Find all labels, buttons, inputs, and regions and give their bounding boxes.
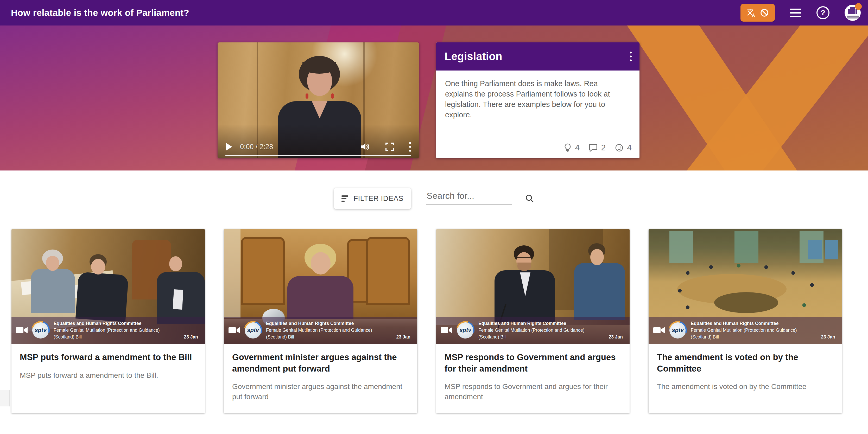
thumbnail-caption-bar: sptv Equalities and Human Rights Committ…	[11, 317, 205, 344]
thumbnail-caption-bar: sptv Equalities and Human Rights Committ…	[649, 317, 842, 344]
post-title: MSP puts forward a amendment to the Bill	[20, 351, 196, 363]
search-area	[426, 188, 535, 205]
caption-text: Equalities and Human Rights Committee Fe…	[691, 320, 837, 341]
caption-bill: Female Genital Mutilation (Protection an…	[691, 327, 837, 334]
lightbulb-icon	[563, 143, 572, 152]
menu-icon[interactable]	[790, 8, 801, 17]
thumbnail-art	[366, 237, 410, 305]
camera-icon	[441, 326, 453, 334]
intro-video-player[interactable]: 0:00 / 2:28	[218, 42, 419, 158]
comment-icon	[588, 143, 598, 152]
section-description: One thing Parliament does is make laws. …	[436, 70, 629, 120]
thumbnail-art	[173, 289, 183, 310]
search-icon[interactable]	[524, 193, 535, 204]
search-input[interactable]	[426, 189, 512, 205]
translate-icon: A	[746, 8, 755, 17]
posts-row: sptv Equalities and Human Rights Committ…	[11, 229, 842, 413]
video-thumbnail[interactable]: sptv Equalities and Human Rights Committ…	[649, 229, 842, 344]
thumbnail-art	[31, 269, 75, 313]
caption-bill-2: (Scotland) Bill	[54, 334, 82, 340]
post-body: The amendment is voted on by the Committ…	[649, 344, 842, 403]
avatar-caption-lines	[847, 16, 859, 17]
thumbnail-art	[518, 262, 531, 271]
video-time-label: 0:00 / 2:28	[240, 143, 273, 151]
translate-off-button[interactable]: A	[741, 4, 775, 22]
caption-text: Equalities and Human Rights Committee Fe…	[478, 320, 625, 341]
face-icon	[615, 143, 624, 152]
section-card-legislation[interactable]: Legislation One thing Parliament does is…	[436, 42, 640, 158]
caption-committee: Equalities and Human Rights Committee	[54, 320, 200, 327]
avatar[interactable]	[844, 5, 861, 21]
fullscreen-icon[interactable]	[385, 142, 394, 151]
caption-text: Equalities and Human Rights Committee Fe…	[54, 320, 200, 341]
caption-committee: Equalities and Human Rights Committee	[478, 320, 625, 327]
caption-committee: Equalities and Human Rights Committee	[266, 320, 412, 327]
caption-bill-2: (Scotland) Bill	[266, 334, 294, 340]
video-thumbnail[interactable]: sptv Equalities and Human Rights Committ…	[224, 229, 417, 344]
top-bar: How relatable is the work of Parliament?…	[0, 0, 868, 26]
video-thumbnail[interactable]: sptv Equalities and Human Rights Committ…	[436, 229, 629, 344]
section-stats: 4 2 4	[563, 143, 632, 152]
thumbnail-art	[46, 256, 59, 271]
post-card[interactable]: sptv Equalities and Human Rights Committ…	[649, 229, 842, 413]
sptv-logo: sptv	[245, 322, 261, 339]
post-body: MSP puts forward a amendment to the Bill…	[11, 344, 205, 392]
video-more-icon[interactable]	[409, 142, 411, 152]
presenter-figure	[331, 93, 334, 99]
post-card[interactable]: sptv Equalities and Human Rights Committ…	[436, 229, 629, 413]
banner-background	[0, 26, 868, 171]
notification-badge	[855, 3, 862, 10]
parliament-emblem-icon	[850, 7, 855, 14]
video-controls: 0:00 / 2:28	[218, 140, 419, 154]
thumbnail-art	[311, 252, 331, 275]
caption-date: 23 Jan	[821, 334, 837, 340]
video-progress-bar[interactable]	[225, 155, 411, 156]
presenter-figure	[303, 62, 336, 74]
padlet-board: How relatable is the work of Parliament?…	[0, 0, 868, 434]
caption-date: 23 Jan	[184, 334, 200, 340]
post-description: The amendment is voted on by the Committ…	[657, 381, 834, 392]
thumbnail-art	[91, 259, 105, 275]
caption-text: Equalities and Human Rights Committee Fe…	[266, 320, 412, 341]
camera-icon	[228, 326, 241, 334]
help-glyph: ?	[820, 8, 825, 17]
volume-icon[interactable]	[361, 143, 370, 151]
play-icon[interactable]	[225, 143, 233, 151]
post-card[interactable]: sptv Equalities and Human Rights Committ…	[224, 229, 417, 413]
section-more-icon[interactable]	[630, 52, 632, 61]
thumbnail-art	[287, 276, 353, 320]
reaction-stat[interactable]: 4	[615, 143, 632, 152]
caption-bill-2: (Scotland) Bill	[478, 334, 506, 340]
idea-stat[interactable]: 4	[563, 143, 580, 152]
banner-bottom-edge	[0, 170, 868, 171]
thumbnail-art	[169, 256, 182, 271]
sptv-logo: sptv	[32, 322, 49, 339]
sptv-logo: sptv	[670, 322, 686, 339]
partial-card-edge	[0, 390, 10, 406]
thumbnail-art	[574, 263, 625, 320]
post-body: MSP responds to Government and argues fo…	[436, 344, 629, 413]
board-title: How relatable is the work of Parliament?	[11, 7, 189, 18]
comment-stat[interactable]: 2	[588, 143, 606, 152]
post-description: Government minister argues against the a…	[232, 381, 409, 402]
presenter-figure	[306, 93, 308, 99]
caption-date: 23 Jan	[609, 334, 625, 340]
idea-count: 4	[575, 143, 580, 152]
filter-icon	[341, 195, 348, 202]
thumbnail-art	[75, 272, 129, 322]
caption-bill: Female Genital Mutilation (Protection an…	[266, 327, 412, 334]
post-description: MSP responds to Government and argues fo…	[444, 381, 621, 402]
help-icon[interactable]: ?	[816, 6, 830, 19]
section-card-header: Legislation	[436, 42, 640, 70]
sptv-logo-text: sptv	[35, 327, 46, 334]
reaction-count: 4	[627, 143, 632, 152]
sptv-logo-text: sptv	[672, 327, 683, 334]
video-thumbnail[interactable]: sptv Equalities and Human Rights Committ…	[11, 229, 205, 344]
blocked-icon	[760, 8, 769, 18]
sptv-logo-text: sptv	[247, 327, 259, 334]
post-title: Government minister argues against the a…	[232, 351, 409, 374]
post-card[interactable]: sptv Equalities and Human Rights Committ…	[11, 229, 205, 413]
post-title: The amendment is voted on by the Committ…	[657, 351, 834, 374]
filter-ideas-button[interactable]: FILTER IDEAS	[334, 188, 411, 209]
post-body: Government minister argues against the a…	[224, 344, 417, 413]
